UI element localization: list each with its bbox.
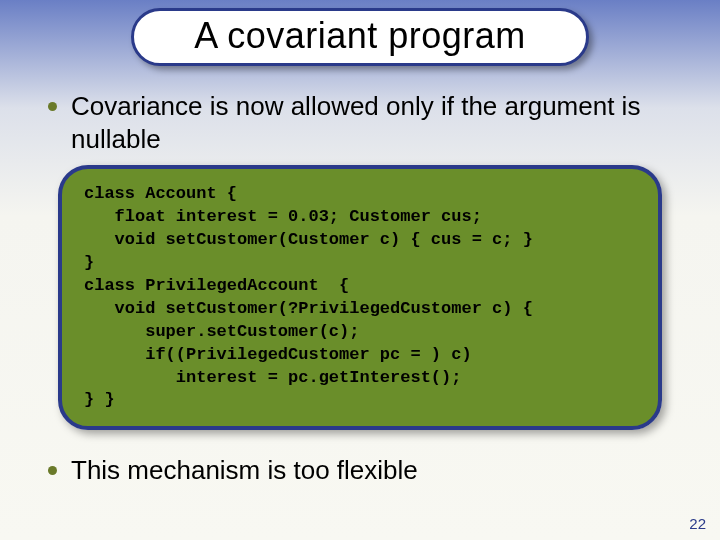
page-number: 22 [689,515,706,532]
bullet-text-1: Covariance is now allowed only if the ar… [71,90,672,155]
bullet-text-2: This mechanism is too flexible [71,454,418,487]
code-line: } } [84,390,115,409]
title-area: A covariant program [0,0,720,66]
bullet-dot-icon [48,466,57,475]
code-line: float interest = 0.03; Customer cus; [84,207,482,226]
code-box: class Account { float interest = 0.03; C… [58,165,662,430]
code-line: interest = pc.getInterest(); [84,368,461,387]
code-block: class Account { float interest = 0.03; C… [84,183,636,412]
bullet-item: This mechanism is too flexible [48,454,672,487]
content-area: Covariance is now allowed only if the ar… [0,66,720,430]
bullet-dot-icon [48,102,57,111]
code-line: void setCustomer(Customer c) { cus = c; … [84,230,533,249]
slide: A covariant program Covariance is now al… [0,0,720,540]
code-line: class PrivilegedAccount { [84,276,349,295]
code-line: void setCustomer(?PrivilegedCustomer c) … [84,299,533,318]
code-line: } [84,253,94,272]
code-line: super.setCustomer(c); [84,322,359,341]
title-box: A covariant program [131,8,589,66]
code-line: class Account { [84,184,237,203]
slide-title: A covariant program [194,15,526,56]
bottom-area: This mechanism is too flexible [0,430,720,487]
code-line: if((PrivilegedCustomer pc = ) c) [84,345,472,364]
bullet-item: Covariance is now allowed only if the ar… [48,90,672,155]
